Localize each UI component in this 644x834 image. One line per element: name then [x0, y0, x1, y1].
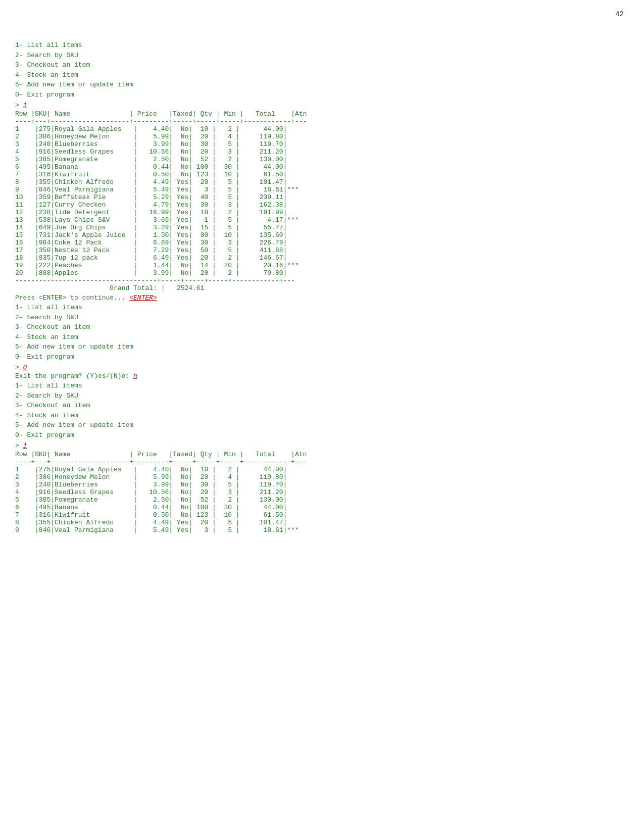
- table-row: 7 |316|Kiwifruit | 0.50| No| 123 | 10 | …: [15, 171, 629, 178]
- table-divider-3: ----+---+--------------------+---------+…: [15, 458, 629, 466]
- table-row: 18 |835|7up 12 pack | 6.49| Yes| 20 | 2 …: [15, 254, 629, 262]
- menu-section-3: 1- List all items2- Search by SKU3- Chec…: [15, 381, 629, 440]
- menu-item: 4- Stock an item: [15, 332, 629, 342]
- table-row: 6 |495|Banana | 0.44| No| 100 | 30 | 44.…: [15, 504, 629, 511]
- table-divider-2: ------------------------------------+---…: [15, 277, 629, 284]
- menu-item: 3- Checkout an item: [15, 401, 629, 411]
- table-row: 4 |916|Seedless Grapes | 10.56| No| 20 |…: [15, 148, 629, 156]
- menu-item: 3- Checkout an item: [15, 60, 629, 70]
- exit-input: n: [133, 372, 137, 380]
- menu-item: 0- Exit program: [15, 430, 629, 440]
- table-row: 16 |984|Coke 12 Pack | 6.69| Yes| 30 | 3…: [15, 239, 629, 247]
- menu-item: 1- List all items: [15, 40, 629, 51]
- table-header-1: Row |SKU| Name | Price |Taxed| Qty | Min…: [15, 110, 629, 118]
- table-row: 2 |386|Honeydew Melon | 5.99| No| 20 | 4…: [15, 473, 629, 481]
- terminal-content: 1- List all items2- Search by SKU3- Chec…: [15, 40, 629, 534]
- prompt-symbol-1: >: [15, 102, 23, 109]
- table-row: 11 |127|Curry Checken | 4.79| Yes| 30 | …: [15, 201, 629, 209]
- table-row: 5 |385|Pomegranate | 2.50| No| 52 | 2 | …: [15, 496, 629, 504]
- menu-item: 3- Checkout an item: [15, 322, 629, 332]
- menu-item: 0- Exit program: [15, 90, 629, 100]
- menu-section-1: 1- List all items2- Search by SKU3- Chec…: [15, 40, 629, 100]
- menu-item: 4- Stock an item: [15, 411, 629, 421]
- table-row: 9 |846|Veal Parmigiana | 5.49| Yes| 3 | …: [15, 186, 629, 193]
- table-row: 7 |316|Kiwifruit | 0.50| No| 123 | 10 | …: [15, 511, 629, 519]
- table-header-2: Row |SKU| Name | Price |Taxed| Qty | Min…: [15, 451, 629, 458]
- menu-item: 5- Add new item or update item: [15, 420, 629, 430]
- menu-item: 2- Search by SKU: [15, 51, 629, 61]
- prompt-line-3: > 1: [15, 442, 629, 450]
- prompt-symbol-3: >: [15, 442, 23, 450]
- menu-item: 5- Add new item or update item: [15, 80, 629, 90]
- prompt-input-1: 1: [23, 102, 27, 109]
- table-row: 10 |359|Beffsteak Pie | 5.29| Yes| 40 | …: [15, 193, 629, 201]
- exit-question-text: Exit the program? (Y)es/(N)o:: [15, 372, 133, 380]
- menu-item: 2- Search by SKU: [15, 391, 629, 401]
- table-row: 1 |275|Royal Gala Apples | 4.40| No| 10 …: [15, 466, 629, 473]
- table-section-1: Row |SKU| Name | Price |Taxed| Qty | Min…: [15, 110, 629, 292]
- table-row: 12 |238|Tide Detergent | 16.99| Yes| 10 …: [15, 209, 629, 216]
- menu-item: 1- List all items: [15, 381, 629, 391]
- menu-item: 5- Add new item or update item: [15, 342, 629, 352]
- table-row: 19 |222|Peaches | 1.44| No| 14 | 20 | 20…: [15, 262, 629, 269]
- table-row: 5 |385|Pomegranate | 2.50| No| 52 | 2 | …: [15, 156, 629, 163]
- table-row: 14 |649|Joe Org Chips | 3.29| Yes| 15 | …: [15, 224, 629, 231]
- table-row: 3 |240|Blueberries | 3.99| No| 30 | 5 | …: [15, 140, 629, 148]
- prompt-input-3: 1: [23, 442, 27, 450]
- page-number: 42: [615, 10, 624, 18]
- table-row: 15 |731|Jack's Apple Juice | 1.50| Yes| …: [15, 231, 629, 239]
- table-row: 6 |495|Banana | 0.44| No| 100 | 30 | 44.…: [15, 163, 629, 171]
- menu-item: 4- Stock an item: [15, 70, 629, 80]
- table-row: 2 |386|Honeydew Melon | 5.99| No| 20 | 4…: [15, 133, 629, 140]
- table-divider-1: ----+---+--------------------+---------+…: [15, 118, 629, 125]
- table-row: 17 |350|Nestea 12 Pack | 7.29| Yes| 50 |…: [15, 247, 629, 254]
- menu-item: 2- Search by SKU: [15, 313, 629, 323]
- press-enter-text: Press <ENTER> to continue...: [15, 294, 129, 302]
- table-row: 3 |240|Blueberries | 3.99| No| 30 | 5 | …: [15, 481, 629, 488]
- table-row: 20 |888|Apples | 3.99| No| 20 | 2 | 79.8…: [15, 269, 629, 277]
- table-section-2: Row |SKU| Name | Price |Taxed| Qty | Min…: [15, 451, 629, 534]
- menu-section-2: 1- List all items2- Search by SKU3- Chec…: [15, 303, 629, 362]
- press-enter-line[interactable]: Press <ENTER> to continue... <ENTER>: [15, 294, 629, 302]
- table-row: 4 |916|Seedless Grapes | 10.56| No| 20 |…: [15, 488, 629, 496]
- menu-item: 1- List all items: [15, 303, 629, 313]
- press-enter-link[interactable]: <ENTER>: [129, 294, 157, 302]
- menu-item: 0- Exit program: [15, 352, 629, 362]
- table-row: 8 |355|Chicken Alfredo | 4.49| Yes| 20 |…: [15, 519, 629, 526]
- table-row: 9 |846|Veal Parmigiana | 5.49| Yes| 3 | …: [15, 526, 629, 534]
- prompt-input-2: 0: [23, 364, 27, 371]
- prompt-symbol-2: >: [15, 364, 23, 371]
- table-row: 1 |275|Royal Gala Apples | 4.40| No| 10 …: [15, 125, 629, 133]
- grand-total-line: Grand Total: | 2524.61: [15, 284, 629, 292]
- table-row: 13 |538|Lays Chips S&V | 3.69| Yes| 1 | …: [15, 216, 629, 224]
- table-row: 8 |355|Chicken Alfredo | 4.49| Yes| 20 |…: [15, 178, 629, 186]
- prompt-line-1: > 1: [15, 102, 629, 109]
- prompt-line-2: > 0: [15, 364, 629, 371]
- exit-question-line: Exit the program? (Y)es/(N)o: n: [15, 372, 629, 380]
